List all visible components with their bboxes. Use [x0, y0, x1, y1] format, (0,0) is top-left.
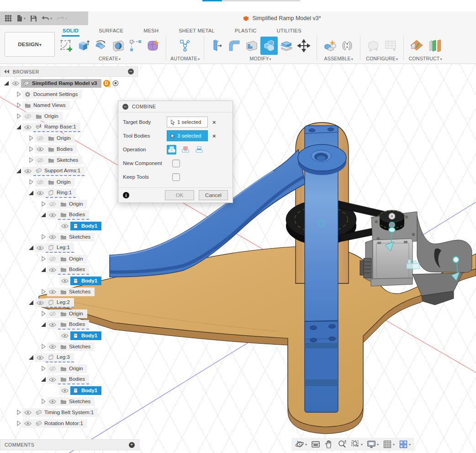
visibility-eye-icon[interactable] [59, 277, 70, 285]
visibility-eye-icon[interactable] [47, 320, 58, 329]
group-label-construct[interactable]: CONSTRUCT [409, 56, 442, 61]
dialog-info-icon[interactable]: i [123, 192, 129, 198]
split-body-icon[interactable] [278, 37, 295, 55]
tree-row-rotation-motor-1[interactable]: Rotation Motor:1 [0, 418, 143, 429]
visibility-eye-icon[interactable] [22, 167, 33, 176]
tree-row-document-settings[interactable]: Document Settings [0, 89, 143, 100]
group-label-create[interactable]: CREATE [99, 56, 121, 61]
target-body-clear-icon[interactable]: × [212, 119, 216, 126]
tree-item-body[interactable]: Leg:3 [46, 353, 74, 362]
tab-sheet-metal[interactable]: SHEET METAL [178, 27, 216, 37]
grid-settings-icon[interactable] [383, 440, 395, 449]
tree-row-sketches[interactable]: Sketches [0, 286, 143, 297]
cancel-button[interactable]: Cancel [199, 190, 228, 200]
expander-closed-icon[interactable] [15, 409, 22, 416]
keep-tools-checkbox[interactable] [172, 173, 180, 181]
expander-open-icon[interactable] [15, 123, 22, 131]
create-sketch-icon[interactable] [58, 37, 75, 55]
visibility-eye-icon[interactable] [59, 331, 70, 340]
extrude-icon[interactable] [75, 37, 92, 55]
tree-item-body[interactable]: Ramp Base:1 [33, 123, 80, 132]
expander-closed-icon[interactable] [27, 178, 35, 186]
dialog-collapse-icon[interactable]: − [122, 104, 128, 110]
expander-closed-icon[interactable] [27, 134, 35, 142]
expander-closed-icon[interactable] [15, 420, 22, 427]
visibility-eye-icon[interactable] [47, 233, 58, 241]
tree-row-bodies[interactable]: Bodies [0, 209, 143, 220]
expander-closed-icon[interactable] [40, 288, 47, 295]
visibility-eye-off-icon[interactable] [22, 112, 33, 121]
tree-item-body[interactable]: Bodies [58, 210, 89, 220]
shell-icon[interactable] [243, 37, 260, 55]
tree-row-origin[interactable]: Origin [0, 363, 143, 374]
tree-item-body[interactable]: Body1 [70, 222, 101, 230]
tree-item-body[interactable]: Bodies [58, 320, 89, 330]
tab-surface[interactable]: SURFACE [98, 27, 124, 37]
inactive-document-tab-edge[interactable] [222, 0, 300, 1]
visibility-eye-icon[interactable] [10, 79, 21, 88]
expander-open-icon[interactable] [27, 354, 35, 361]
joint-icon[interactable] [338, 37, 356, 55]
expander-open-icon[interactable] [27, 244, 35, 251]
tree-row-leg-2[interactable]: Leg:2 [0, 297, 143, 308]
operation-intersect-icon[interactable] [194, 145, 204, 155]
tree-row-body1[interactable]: Body1 [0, 275, 143, 286]
tree-row-sketches[interactable]: Sketches [0, 231, 143, 242]
fillet-icon[interactable] [226, 37, 243, 55]
expander-closed-icon[interactable] [40, 255, 47, 262]
target-body-selection-button[interactable]: 1 selected [167, 117, 208, 128]
tree-item-body[interactable]: Timing Belt System:1 [33, 408, 98, 417]
comments-bar[interactable]: COMMENTS + [0, 439, 139, 450]
tool-bodies-clear-icon[interactable]: × [212, 133, 216, 139]
tree-item-body[interactable]: Bodies [58, 265, 89, 275]
visibility-eye-icon[interactable] [47, 211, 58, 219]
combine-icon[interactable] [260, 37, 278, 55]
create-form-icon[interactable] [144, 37, 162, 55]
expander-open-icon[interactable] [40, 266, 47, 273]
expander-open-icon[interactable] [27, 299, 35, 306]
active-document-tab-edge[interactable] [202, 0, 222, 1]
tree-item-body[interactable]: Sketches [58, 342, 95, 351]
group-label-automate[interactable]: AUTOMATE [170, 56, 200, 61]
operation-join-icon[interactable] [167, 145, 176, 155]
dialog-header[interactable]: − COMBINE [118, 101, 233, 112]
tree-item-body[interactable]: Sketches [46, 156, 82, 165]
tree-item-body[interactable]: Body1 [70, 277, 101, 285]
tree-item-body[interactable]: Leg:1 [46, 243, 74, 253]
workspace-switcher[interactable]: DESIGN [5, 32, 55, 57]
tree-item-body[interactable]: Bodies [46, 145, 77, 154]
tree-item-body[interactable]: Named Views [22, 101, 70, 110]
visibility-eye-off-icon[interactable] [35, 134, 46, 143]
visibility-eye-icon[interactable] [47, 266, 58, 274]
expander-closed-icon[interactable] [15, 101, 22, 109]
expander-closed-icon[interactable] [40, 233, 47, 240]
add-comment-icon[interactable]: + [129, 442, 135, 448]
tree-item-body[interactable]: Document Settings [22, 90, 82, 99]
tree-item-body[interactable]: Origin [33, 112, 63, 121]
tree-row-sketches[interactable]: Sketches [0, 341, 143, 352]
expander-closed-icon[interactable] [40, 310, 47, 317]
expander-closed-icon[interactable] [27, 145, 35, 153]
tree-row-simplified-ramp-model-v3[interactable]: Simplified Ramp Model v3D [0, 78, 143, 89]
expander-open-icon[interactable] [40, 376, 47, 383]
tree-item-body[interactable]: Bodies [58, 375, 89, 384]
visibility-eye-icon[interactable] [35, 298, 46, 307]
visibility-eye-icon[interactable] [35, 244, 46, 252]
group-label-configure[interactable]: CONFIGURE [366, 56, 398, 61]
tree-item-body[interactable]: Body1 [70, 386, 101, 395]
expander-open-icon[interactable] [40, 211, 47, 219]
visibility-eye-icon[interactable] [35, 189, 46, 197]
pan-icon[interactable] [324, 440, 333, 449]
motor-bracket[interactable] [413, 216, 472, 305]
expander-open-icon[interactable] [15, 167, 22, 175]
visibility-eye-off-icon[interactable] [47, 255, 58, 263]
operation-cut-icon[interactable] [180, 145, 190, 155]
construct-plane-icon[interactable] [408, 37, 425, 55]
pattern-icon[interactable] [127, 37, 144, 55]
tree-item-body[interactable]: Sketches [58, 397, 95, 406]
visibility-eye-icon[interactable] [47, 288, 58, 296]
tree-item-body[interactable]: Origin [58, 364, 87, 373]
visibility-eye-icon[interactable] [22, 123, 33, 132]
tree-row-leg-1[interactable]: Leg:1 [0, 242, 143, 253]
visibility-eye-icon[interactable] [35, 145, 46, 154]
